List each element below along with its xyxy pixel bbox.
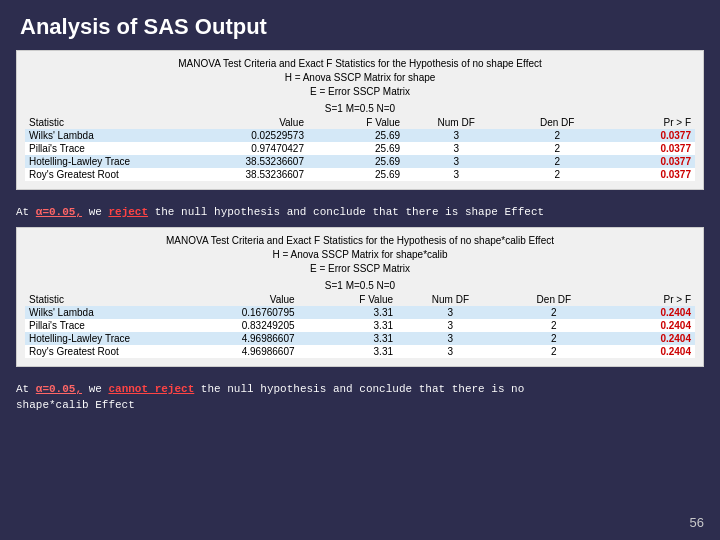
col2-header-statistic: Statistic bbox=[25, 293, 155, 306]
col-header-dendf: Den DF bbox=[508, 116, 606, 129]
table-row: Hotelling-Lawley Trace38.5323660725.6932… bbox=[25, 155, 695, 168]
table-row: Hotelling-Lawley Trace4.969866073.31320.… bbox=[25, 332, 695, 345]
table1-smn: S=1 M=0.5 N=0 bbox=[25, 103, 695, 114]
table-row: Pillai's Trace0.9747042725.69320.0377 bbox=[25, 142, 695, 155]
table-row: Wilks' Lambda0.167607953.31320.2404 bbox=[25, 306, 695, 319]
conclusion2: At α=0.05, we cannot reject the null hyp… bbox=[16, 377, 704, 420]
table2-header: MANOVA Test Criteria and Exact F Statist… bbox=[25, 234, 695, 276]
col-header-pr: Pr > F bbox=[606, 116, 695, 129]
col-header-fvalue: F Value bbox=[308, 116, 404, 129]
col-header-numdf: Num DF bbox=[404, 116, 508, 129]
table2-container: MANOVA Test Criteria and Exact F Statist… bbox=[16, 227, 704, 367]
table-row: Pillai's Trace0.832492053.31320.2404 bbox=[25, 319, 695, 332]
table2: Statistic Value F Value Num DF Den DF Pr… bbox=[25, 293, 695, 358]
table-row: Wilks' Lambda0.0252957325.69320.0377 bbox=[25, 129, 695, 142]
col-header-statistic: Statistic bbox=[25, 116, 155, 129]
table-row: Roy's Greatest Root38.5323660725.69320.0… bbox=[25, 168, 695, 181]
table1-container: MANOVA Test Criteria and Exact F Statist… bbox=[16, 50, 704, 190]
col2-header-dendf: Den DF bbox=[504, 293, 604, 306]
table2-smn: S=1 M=0.5 N=0 bbox=[25, 280, 695, 291]
page-title: Analysis of SAS Output bbox=[20, 14, 267, 39]
col2-header-value: Value bbox=[155, 293, 299, 306]
col2-header-fvalue: F Value bbox=[299, 293, 397, 306]
table1-header: MANOVA Test Criteria and Exact F Statist… bbox=[25, 57, 695, 99]
col2-header-numdf: Num DF bbox=[397, 293, 504, 306]
col-header-value: Value bbox=[155, 116, 308, 129]
col2-header-pr: Pr > F bbox=[604, 293, 695, 306]
page-number: 56 bbox=[690, 515, 704, 530]
table-row: Roy's Greatest Root4.969866073.31320.240… bbox=[25, 345, 695, 358]
conclusion1: At α=0.05, we reject the null hypothesis… bbox=[16, 200, 704, 227]
table1: Statistic Value F Value Num DF Den DF Pr… bbox=[25, 116, 695, 181]
